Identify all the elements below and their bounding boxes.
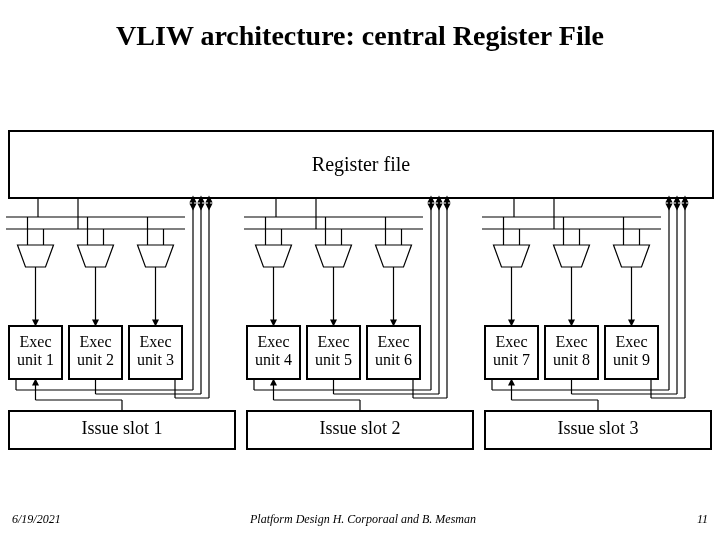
unit-label: Exec — [80, 333, 112, 350]
issue-slot-1-box: Issue slot 1 — [8, 410, 236, 450]
svg-marker-86 — [614, 245, 650, 267]
svg-marker-18 — [138, 245, 174, 267]
exec-unit-5-box: Execunit 5 — [306, 325, 361, 380]
issue-slot-3-box: Issue slot 3 — [484, 410, 712, 450]
exec-unit-3-box: Execunit 3 — [128, 325, 183, 380]
exec-unit-9-box: Execunit 9 — [604, 325, 659, 380]
issue-slot-2-box: Issue slot 2 — [246, 410, 474, 450]
issue-slot-label: Issue slot 2 — [320, 418, 401, 438]
exec-unit-4-box: Execunit 4 — [246, 325, 301, 380]
unit-label: unit 7 — [493, 351, 530, 368]
svg-marker-34 — [256, 245, 292, 267]
exec-unit-1-box: Execunit 1 — [8, 325, 63, 380]
svg-marker-9 — [78, 245, 114, 267]
register-file-label: Register file — [312, 153, 410, 176]
unit-label: unit 5 — [315, 351, 352, 368]
unit-label: unit 1 — [17, 351, 54, 368]
unit-label: unit 8 — [553, 351, 590, 368]
unit-label: Exec — [20, 333, 52, 350]
diagram-wires — [0, 0, 720, 540]
footer-page: 11 — [697, 512, 708, 527]
slide-title: VLIW architecture: central Register File — [0, 20, 720, 52]
exec-unit-8-box: Execunit 8 — [544, 325, 599, 380]
unit-label: unit 4 — [255, 351, 292, 368]
exec-unit-7-box: Execunit 7 — [484, 325, 539, 380]
svg-marker-0 — [18, 245, 54, 267]
unit-label: unit 3 — [137, 351, 174, 368]
register-file-box: Register file — [8, 130, 714, 199]
footer-date: 6/19/2021 — [12, 512, 61, 527]
unit-label: unit 2 — [77, 351, 114, 368]
unit-label: Exec — [616, 333, 648, 350]
svg-marker-52 — [376, 245, 412, 267]
svg-marker-77 — [554, 245, 590, 267]
unit-label: Exec — [496, 333, 528, 350]
unit-label: Exec — [318, 333, 350, 350]
svg-marker-68 — [494, 245, 530, 267]
unit-label: Exec — [258, 333, 290, 350]
issue-slot-label: Issue slot 3 — [558, 418, 639, 438]
footer-credits: Platform Design H. Corporaal and B. Mesm… — [250, 512, 476, 527]
unit-label: unit 6 — [375, 351, 412, 368]
unit-label: Exec — [556, 333, 588, 350]
slide: VLIW architecture: central Register File… — [0, 0, 720, 540]
issue-slot-label: Issue slot 1 — [82, 418, 163, 438]
svg-marker-43 — [316, 245, 352, 267]
unit-label: unit 9 — [613, 351, 650, 368]
exec-unit-2-box: Execunit 2 — [68, 325, 123, 380]
unit-label: Exec — [140, 333, 172, 350]
exec-unit-6-box: Execunit 6 — [366, 325, 421, 380]
unit-label: Exec — [378, 333, 410, 350]
